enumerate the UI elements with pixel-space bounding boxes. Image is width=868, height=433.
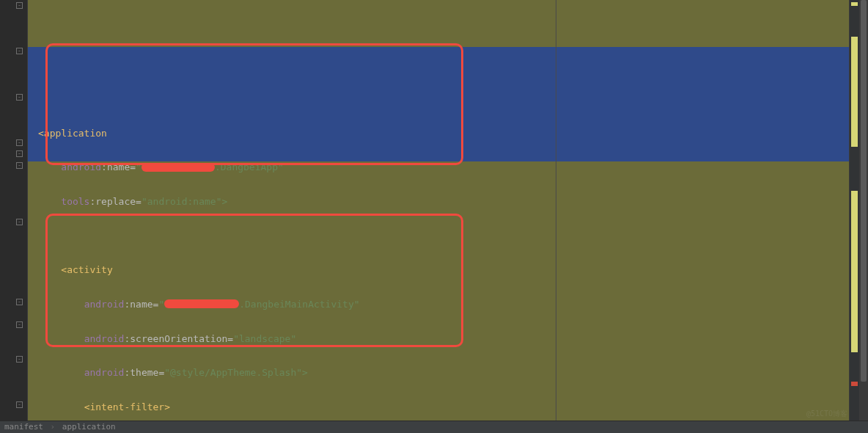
scrollbar-thumb[interactable]	[861, 0, 867, 382]
editor: - - - - - - - - - - - <application andro…	[0, 0, 868, 421]
code-line: <intent-filter>	[28, 401, 849, 413]
gutter: - - - - - - - - - - -	[0, 0, 28, 421]
redaction: x	[164, 299, 239, 308]
fold-icon[interactable]: -	[16, 356, 23, 363]
fold-icon[interactable]: -	[16, 94, 23, 101]
scrollbar-vertical[interactable]	[859, 0, 868, 421]
fold-icon[interactable]: -	[16, 321, 23, 328]
fold-icon[interactable]: -	[16, 150, 23, 157]
watermark: @51CTO博客	[806, 410, 847, 418]
code-line: <activity	[28, 264, 849, 276]
minimap-marker	[851, 382, 858, 386]
code-area[interactable]: <application android:name="xxxxxxxxxxx.D…	[28, 0, 849, 421]
redaction: xxxxxxxxxxx	[141, 163, 215, 172]
code-line: android:name="xxxxxxxxxxx.DangbeiApp"	[28, 161, 849, 173]
minimap-marker	[851, 37, 858, 147]
fold-icon[interactable]: -	[16, 299, 23, 305]
fold-icon[interactable]: -	[16, 401, 23, 408]
fold-icon[interactable]: -	[16, 2, 23, 9]
code-line: tools:replace="android:name">	[28, 196, 849, 208]
code-line: android:screenOrientation="landscape"	[28, 333, 849, 345]
fold-icon[interactable]: -	[16, 162, 23, 169]
selection	[28, 47, 849, 161]
code-line: android:name="x.DangbeiMainActivity"	[28, 299, 849, 310]
code-line	[28, 230, 849, 242]
fold-icon[interactable]: -	[16, 48, 23, 54]
ruler	[556, 0, 556, 421]
minimap[interactable]	[849, 0, 859, 421]
minimap-marker	[851, 2, 858, 6]
minimap-marker	[851, 191, 858, 352]
code-line: android:theme="@style/AppTheme.Splash">	[28, 367, 849, 379]
code-line: <application	[28, 128, 849, 139]
fold-icon[interactable]: -	[16, 219, 23, 225]
fold-icon[interactable]: -	[16, 139, 23, 146]
